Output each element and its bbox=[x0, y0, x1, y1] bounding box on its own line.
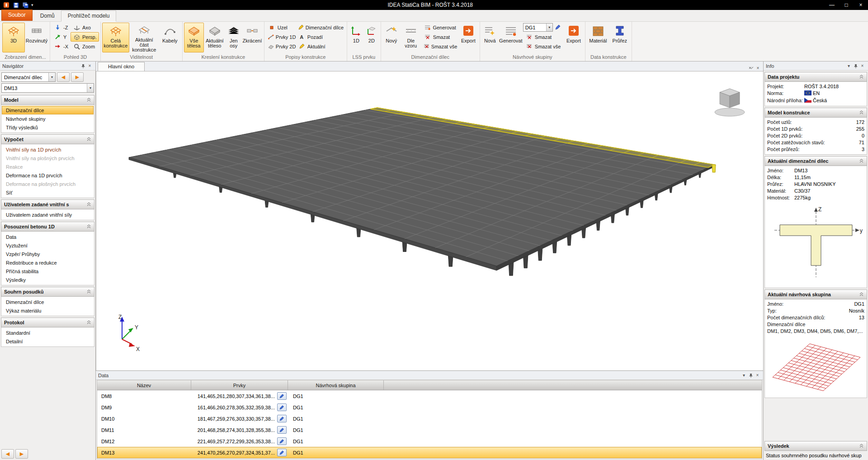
edit-row-button[interactable] bbox=[277, 403, 287, 411]
next-member-button[interactable]: ▶ bbox=[71, 72, 84, 82]
member-from-pattern-button[interactable]: Dle vzoru bbox=[401, 23, 421, 52]
group-delete-all-button[interactable]: Smazat vše bbox=[523, 42, 564, 51]
edit-row-button[interactable] bbox=[277, 426, 287, 434]
pin-icon[interactable] bbox=[852, 63, 859, 69]
dropdown-icon[interactable]: ▾ bbox=[845, 63, 852, 69]
nav-item-tridy-vysledku[interactable]: Třídy výsledků bbox=[2, 123, 94, 132]
member-generate-button[interactable]: Generovat bbox=[421, 23, 458, 32]
nav-item-redistribuce[interactable]: Redistribuce a redukce bbox=[2, 258, 94, 267]
group-generate-button[interactable]: Generovat bbox=[499, 23, 523, 52]
all-solids-button[interactable]: Vše tělesa bbox=[184, 23, 204, 52]
tab-soubor[interactable]: Soubor bbox=[1, 9, 33, 21]
nav-item-detailni[interactable]: Detailní bbox=[2, 337, 94, 346]
qat-customize-icon[interactable]: ▾ bbox=[31, 3, 33, 7]
pin-icon[interactable] bbox=[80, 63, 86, 69]
material-button[interactable]: Materiál bbox=[587, 23, 609, 52]
nav-item-dimenzacni-dilce[interactable]: Dimenzační dílce bbox=[2, 106, 94, 114]
nav-item-vyztuzeni[interactable]: Vyztužení bbox=[2, 241, 94, 250]
label-design-members-toggle[interactable]: Dimenzační dílce bbox=[296, 23, 345, 32]
edit-row-button[interactable] bbox=[277, 449, 287, 456]
maximize-button[interactable]: □ bbox=[839, 0, 854, 10]
unpin-icon[interactable] bbox=[748, 65, 755, 71]
dropdown-icon[interactable]: ▾ bbox=[741, 372, 747, 379]
member-delete-button[interactable]: Smazat bbox=[421, 32, 458, 42]
view-3d-button[interactable]: 3D bbox=[2, 23, 25, 52]
tab-hlavni-okno[interactable]: Hlavní okno bbox=[98, 62, 145, 71]
edit-group-pencil-icon[interactable] bbox=[554, 24, 561, 31]
section-header-vysledek[interactable]: Výsledek bbox=[764, 441, 867, 451]
navigator-mode-select[interactable]: Dimenzační dílec ▾ bbox=[1, 72, 56, 82]
nav-item-uzivatelske-sily[interactable]: Uživatelem zadané vnitřní síly bbox=[2, 210, 94, 219]
member-export-button[interactable]: Export bbox=[458, 23, 478, 52]
group-new-button[interactable]: Nová bbox=[481, 23, 499, 52]
view-persp-button[interactable]: Persp. bbox=[71, 32, 99, 42]
lss-2d-button[interactable]: 2D bbox=[364, 23, 379, 52]
nav-item-navrhove-skupiny[interactable]: Návrhové skupiny bbox=[2, 114, 94, 123]
section-header[interactable]: Protokol bbox=[1, 318, 94, 327]
next-button[interactable]: ▶ bbox=[15, 449, 28, 459]
section-header[interactable]: Uživatelem zadané vnitřní s bbox=[1, 199, 94, 209]
nav-item-sit[interactable]: Síť bbox=[2, 188, 94, 197]
label-background-toggle[interactable]: A Pozadí bbox=[296, 32, 345, 42]
nav-item-vzper-pruhyby[interactable]: Vzpěr/ Průhyby bbox=[2, 250, 94, 258]
view-zoom-button[interactable]: Zoom bbox=[71, 42, 99, 51]
close-icon[interactable]: × bbox=[755, 65, 761, 71]
3d-viewport[interactable]: ZYX bbox=[96, 71, 763, 370]
app-icon[interactable] bbox=[3, 1, 10, 9]
save-all-icon[interactable] bbox=[22, 1, 29, 9]
group-delete-button[interactable]: Smazat bbox=[523, 32, 564, 42]
view-minus-z-button[interactable]: -Z bbox=[52, 23, 71, 32]
edit-row-button[interactable] bbox=[277, 437, 287, 445]
navigator-member-select[interactable]: DM13 ▾ bbox=[1, 83, 94, 93]
nav-item-vnitrni-sily-1d[interactable]: Vnitřní síly na 1D prvcích bbox=[2, 145, 94, 154]
cables-button[interactable]: Kabely bbox=[159, 23, 181, 52]
table-row[interactable]: DM11 201,468,258,274,301,328,355,38... D… bbox=[97, 424, 762, 436]
table-row[interactable]: DM10 181,467,259,276,303,330,357,38... D… bbox=[97, 413, 762, 424]
view-unfolded-button[interactable]: Rozvinutý bbox=[25, 23, 48, 52]
nav-item-pricna-stabilita[interactable]: Příčná stabilita bbox=[2, 267, 94, 275]
previous-button[interactable]: ◀ bbox=[1, 449, 14, 459]
lss-1d-button[interactable]: 1D bbox=[349, 23, 364, 52]
nav-item-data[interactable]: Data bbox=[2, 232, 94, 241]
close-icon[interactable]: × bbox=[754, 372, 761, 379]
table-row[interactable]: DM9 161,466,260,278,305,332,359,38... DG… bbox=[97, 402, 762, 413]
edit-row-button[interactable] bbox=[277, 392, 287, 400]
column-header-prvky[interactable]: Prvky bbox=[191, 380, 288, 390]
axes-only-button[interactable]: Jen osy bbox=[226, 23, 242, 52]
member-new-button[interactable]: Nový bbox=[382, 23, 401, 52]
section-header-data-projektu[interactable]: Data projektu bbox=[764, 72, 867, 82]
label-members1d-toggle[interactable]: Prvky 1D bbox=[266, 32, 296, 42]
design-group-select[interactable]: DG1 ▾ bbox=[523, 23, 553, 32]
section-header-aktualni-dilec[interactable]: Aktuální dimenzační dílec bbox=[764, 156, 867, 166]
section-header[interactable]: Výpočet bbox=[1, 134, 94, 144]
column-header-skupina[interactable]: Návrhová skupina bbox=[288, 380, 384, 390]
view-y-button[interactable]: Y bbox=[52, 32, 71, 42]
nav-item-souhrn-dilce[interactable]: Dimenzační dílce bbox=[2, 298, 94, 306]
nav-item-standardni[interactable]: Standardní bbox=[2, 328, 94, 337]
close-icon[interactable]: × bbox=[859, 63, 866, 69]
table-row[interactable]: DM12 221,469,257,272,299,326,353,38... D… bbox=[97, 436, 762, 447]
whole-structure-button[interactable]: Celá konstrukce bbox=[102, 23, 129, 52]
section-header[interactable]: Model bbox=[1, 95, 94, 105]
section-header[interactable]: Posouzení betonu 1D bbox=[1, 222, 94, 232]
close-button[interactable]: × bbox=[854, 0, 868, 10]
nav-item-vysledky[interactable]: Výsledky bbox=[2, 275, 94, 284]
table-row-selected[interactable]: DM13 241,470,256,270,297,324,351,37... D… bbox=[97, 447, 762, 458]
column-header-nazev[interactable]: Název bbox=[97, 380, 191, 390]
group-export-button[interactable]: Export bbox=[564, 23, 584, 52]
close-icon[interactable]: × bbox=[86, 63, 93, 69]
tab-domu[interactable]: Domů bbox=[34, 11, 61, 21]
member-delete-all-button[interactable]: Smazat vše bbox=[421, 42, 458, 51]
previous-member-button[interactable]: ◀ bbox=[57, 72, 70, 82]
table-row[interactable]: DM8 141,465,261,280,307,334,361,38... DG… bbox=[97, 390, 762, 402]
section-header-model-konstrukce[interactable]: Model konstrukce bbox=[764, 108, 867, 118]
3d-scene[interactable]: ZYX bbox=[96, 71, 763, 370]
tab-prohlizec-modelu[interactable]: Prohlížeč modelu bbox=[61, 10, 117, 22]
label-current-toggle[interactable]: Aktuální bbox=[296, 42, 345, 51]
view-minus-x-button[interactable]: -X bbox=[52, 42, 71, 51]
current-part-button[interactable]: Aktuální část konstrukce bbox=[129, 23, 159, 52]
view-axo-button[interactable]: Axo bbox=[71, 23, 99, 32]
current-solid-button[interactable]: Aktuální těleso bbox=[204, 23, 226, 52]
nav-item-deformace-1d[interactable]: Deformace na 1D prvcích bbox=[2, 171, 94, 180]
save-icon[interactable] bbox=[12, 1, 19, 9]
